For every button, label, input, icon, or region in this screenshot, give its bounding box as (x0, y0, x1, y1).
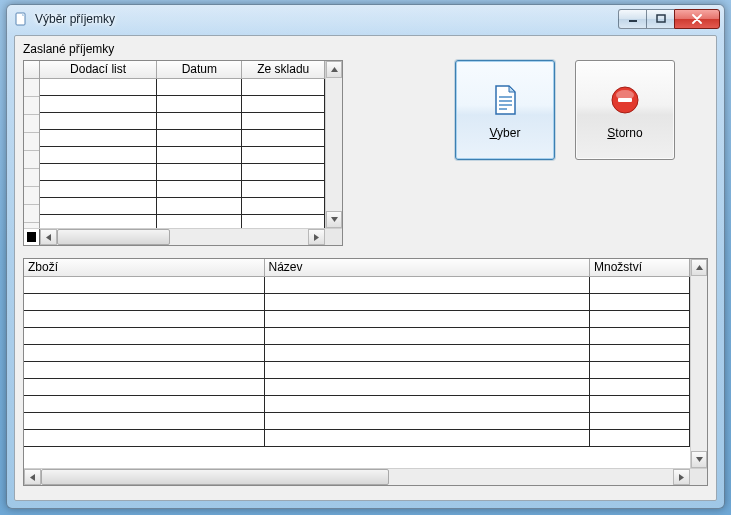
table-cell[interactable] (40, 129, 157, 146)
receipts-table[interactable]: Dodací list Datum Ze skladu (40, 61, 325, 228)
table-cell[interactable] (264, 327, 590, 344)
scroll-up-button[interactable] (691, 259, 707, 276)
scroll-left-button[interactable] (40, 229, 57, 245)
table-cell[interactable] (40, 78, 157, 95)
table-cell[interactable] (24, 429, 264, 446)
items-grid[interactable]: Zboží Název Množství (23, 258, 708, 486)
table-cell[interactable] (264, 310, 590, 327)
table-cell[interactable] (40, 197, 157, 214)
items-table[interactable]: Zboží Název Množství (24, 259, 690, 447)
scroll-up-button[interactable] (326, 61, 342, 78)
table-cell[interactable] (242, 197, 325, 214)
table-cell[interactable] (40, 180, 157, 197)
table-cell[interactable] (242, 163, 325, 180)
table-cell[interactable] (24, 412, 264, 429)
table-cell[interactable] (24, 378, 264, 395)
row-header[interactable] (24, 79, 39, 97)
table-cell[interactable] (590, 429, 690, 446)
row-header[interactable] (24, 169, 39, 187)
table-cell[interactable] (157, 146, 242, 163)
scroll-track[interactable] (691, 276, 707, 451)
table-cell[interactable] (157, 214, 242, 228)
table-cell[interactable] (40, 95, 157, 112)
table-row[interactable] (24, 276, 690, 293)
minimize-button[interactable] (618, 9, 646, 29)
receipts-grid[interactable]: Dodací list Datum Ze skladu (23, 60, 343, 246)
table-cell[interactable] (590, 310, 690, 327)
table-cell[interactable] (590, 293, 690, 310)
table-cell[interactable] (40, 146, 157, 163)
col-nazev[interactable]: Název (264, 259, 590, 276)
row-header[interactable] (24, 133, 39, 151)
table-cell[interactable] (590, 344, 690, 361)
table-row[interactable] (40, 112, 325, 129)
table-cell[interactable] (264, 395, 590, 412)
table-cell[interactable] (590, 276, 690, 293)
table-cell[interactable] (24, 310, 264, 327)
table-cell[interactable] (24, 327, 264, 344)
table-row[interactable] (40, 197, 325, 214)
table-cell[interactable] (242, 112, 325, 129)
row-header[interactable] (24, 187, 39, 205)
table-row[interactable] (40, 78, 325, 95)
table-cell[interactable] (264, 361, 590, 378)
table-row[interactable] (40, 214, 325, 228)
table-cell[interactable] (24, 395, 264, 412)
table-row[interactable] (40, 95, 325, 112)
table-cell[interactable] (264, 429, 590, 446)
table-cell[interactable] (24, 293, 264, 310)
table-cell[interactable] (157, 78, 242, 95)
table-cell[interactable] (24, 276, 264, 293)
table-row[interactable] (40, 163, 325, 180)
close-button[interactable] (674, 9, 720, 29)
table-cell[interactable] (242, 180, 325, 197)
table-row[interactable] (40, 180, 325, 197)
hscroll-track[interactable] (57, 229, 308, 245)
table-cell[interactable] (590, 361, 690, 378)
vscrollbar[interactable] (690, 259, 707, 468)
table-row[interactable] (24, 412, 690, 429)
table-cell[interactable] (40, 163, 157, 180)
table-cell[interactable] (242, 95, 325, 112)
table-cell[interactable] (40, 214, 157, 228)
vscrollbar[interactable] (325, 61, 342, 228)
hscrollbar[interactable] (24, 228, 342, 245)
scroll-left-button[interactable] (24, 469, 41, 485)
table-row[interactable] (24, 395, 690, 412)
table-row[interactable] (24, 310, 690, 327)
row-header[interactable] (24, 151, 39, 169)
table-cell[interactable] (264, 276, 590, 293)
table-cell[interactable] (590, 327, 690, 344)
table-cell[interactable] (157, 197, 242, 214)
table-row[interactable] (24, 361, 690, 378)
row-header[interactable] (24, 115, 39, 133)
table-cell[interactable] (590, 412, 690, 429)
table-row[interactable] (24, 327, 690, 344)
maximize-button[interactable] (646, 9, 674, 29)
table-row[interactable] (24, 293, 690, 310)
table-cell[interactable] (157, 163, 242, 180)
scroll-right-button[interactable] (673, 469, 690, 485)
col-datum[interactable]: Datum (157, 61, 242, 78)
table-cell[interactable] (242, 214, 325, 228)
hscroll-track[interactable] (41, 469, 673, 485)
table-cell[interactable] (242, 146, 325, 163)
scroll-right-button[interactable] (308, 229, 325, 245)
table-cell[interactable] (157, 112, 242, 129)
col-ze-skladu[interactable]: Ze skladu (242, 61, 325, 78)
hscroll-thumb[interactable] (41, 469, 389, 485)
table-cell[interactable] (24, 344, 264, 361)
table-cell[interactable] (157, 95, 242, 112)
table-row[interactable] (40, 129, 325, 146)
table-row[interactable] (24, 344, 690, 361)
table-cell[interactable] (264, 412, 590, 429)
scroll-down-button[interactable] (326, 211, 342, 228)
row-header[interactable] (24, 205, 39, 223)
table-cell[interactable] (157, 180, 242, 197)
table-cell[interactable] (264, 293, 590, 310)
table-cell[interactable] (590, 378, 690, 395)
scroll-down-button[interactable] (691, 451, 707, 468)
table-cell[interactable] (242, 129, 325, 146)
select-button[interactable]: Vyber (455, 60, 555, 160)
col-dodaci-list[interactable]: Dodací list (40, 61, 157, 78)
